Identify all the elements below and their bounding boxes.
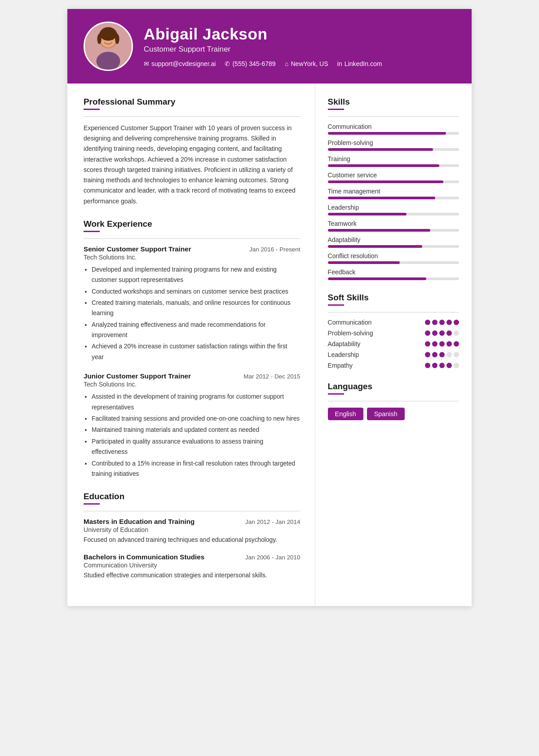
edu-school: Communication University xyxy=(84,562,300,569)
language-tag: Spanish xyxy=(367,408,405,420)
resume-header: Abigail Jackson Customer Support Trainer… xyxy=(67,9,472,84)
skill-item: Time management xyxy=(328,188,459,199)
skill-bar-fill xyxy=(328,229,430,232)
languages-hr xyxy=(328,401,459,401)
skill-bar-bg xyxy=(328,164,459,167)
bullet-item: Contributed to a 15% increase in first-c… xyxy=(92,458,300,479)
bullet-item: Developed and implemented training progr… xyxy=(92,264,300,286)
skill-name: Adaptability xyxy=(328,236,459,243)
svg-point-5 xyxy=(100,27,117,40)
bullet-item: Conducted workshops and seminars on cust… xyxy=(92,286,300,297)
education-item: Bachelors in Communication Studies Jan 2… xyxy=(84,553,300,580)
skill-bar-bg xyxy=(328,277,459,280)
skill-bar-bg xyxy=(328,132,459,135)
dot-empty xyxy=(446,352,452,357)
skill-bar-fill xyxy=(328,245,423,248)
skill-name: Time management xyxy=(328,188,459,195)
summary-divider xyxy=(84,109,100,110)
work-experience-section: Work Experience Senior Customer Support … xyxy=(84,219,300,479)
languages-divider xyxy=(328,393,344,395)
candidate-name: Abigail Jackson xyxy=(144,25,455,43)
skill-bar-bg xyxy=(328,213,459,215)
dot-filled xyxy=(454,341,459,347)
summary-section: Professional Summary Experienced Custome… xyxy=(84,97,300,207)
education-hr xyxy=(84,511,300,511)
skill-dots xyxy=(425,363,459,368)
work-experience-title: Work Experience xyxy=(84,219,300,229)
edu-header: Bachelors in Communication Studies Jan 2… xyxy=(84,553,300,561)
resume-body: Professional Summary Experienced Custome… xyxy=(67,84,472,606)
skill-bar-bg xyxy=(328,197,459,199)
resume-document: Abigail Jackson Customer Support Trainer… xyxy=(67,9,472,606)
contact-list: ✉ support@cvdesigner.ai ✆ (555) 345-6789… xyxy=(144,60,455,67)
dot-filled xyxy=(446,363,452,368)
soft-skills-list: Communication Problem-solving Adaptabili… xyxy=(328,319,459,369)
skill-bar-fill xyxy=(328,164,440,167)
svg-point-7 xyxy=(115,34,119,44)
skill-bar-bg xyxy=(328,229,459,232)
job-title: Senior Customer Support Trainer xyxy=(84,245,191,253)
skill-bar-fill xyxy=(328,213,406,215)
dot-filled xyxy=(454,320,459,325)
bullet-item: Created training materials, manuals, and… xyxy=(92,298,300,319)
edu-date: Jan 2012 - Jan 2014 xyxy=(245,519,300,525)
dot-empty xyxy=(454,352,459,357)
education-title: Education xyxy=(84,492,300,501)
contact-location: ⌂ NewYork, US xyxy=(285,60,328,67)
edu-school: University of Education xyxy=(84,526,300,533)
job-company: Tech Solutions Inc. xyxy=(84,381,300,388)
languages-section: Languages EnglishSpanish xyxy=(328,382,459,420)
skill-name: Conflict resolution xyxy=(328,252,459,259)
skill-bar-bg xyxy=(328,180,459,183)
job-bullets: Developed and implemented training progr… xyxy=(84,264,300,363)
dot-filled xyxy=(432,363,437,368)
edu-degree: Bachelors in Communication Studies xyxy=(84,553,204,561)
bullet-item: Facilitated training sessions and provid… xyxy=(92,413,300,424)
bullet-item: Assisted in the development of training … xyxy=(92,391,300,413)
phone-icon: ✆ xyxy=(225,60,230,67)
dot-filled xyxy=(446,320,452,325)
education-item: Masters in Education and Training Jan 20… xyxy=(84,518,300,545)
bullet-item: Analyzed training effectiveness and made… xyxy=(92,320,300,341)
summary-text: Experienced Customer Support Trainer wit… xyxy=(84,123,300,207)
skill-name: Customer service xyxy=(328,171,459,179)
skills-list: Communication Problem-solving Training C… xyxy=(328,123,459,280)
dot-filled xyxy=(425,320,430,325)
job-title: Junior Customer Support Trainer xyxy=(84,372,191,380)
skill-name: Feedback xyxy=(328,268,459,276)
location-value: NewYork, US xyxy=(291,60,328,67)
language-tag: English xyxy=(328,408,363,420)
job-header: Senior Customer Support Trainer Jan 2016… xyxy=(84,245,300,253)
soft-skill-name: Empathy xyxy=(328,362,353,369)
location-icon: ⌂ xyxy=(285,60,289,67)
soft-skills-hr xyxy=(328,312,459,312)
dot-filled xyxy=(425,341,430,347)
candidate-title: Customer Support Trainer xyxy=(144,45,455,54)
dot-empty xyxy=(454,363,459,368)
contact-email: ✉ support@cvdesigner.ai xyxy=(144,60,216,67)
job-date: Jan 2016 - Present xyxy=(249,246,300,253)
svg-point-6 xyxy=(97,34,101,44)
skill-name: Teamwork xyxy=(328,220,459,227)
skills-title: Skills xyxy=(328,97,459,107)
dot-filled xyxy=(432,352,437,357)
dot-filled xyxy=(446,341,452,347)
summary-title: Professional Summary xyxy=(84,97,300,107)
contact-linkedin: in LinkedIn.com xyxy=(337,60,382,67)
dot-empty xyxy=(454,330,459,336)
job-item: Senior Customer Support Trainer Jan 2016… xyxy=(84,245,300,363)
job-company: Tech Solutions Inc. xyxy=(84,254,300,261)
soft-skill-name: Leadership xyxy=(328,351,359,358)
work-experience-divider xyxy=(84,231,100,232)
bullet-item: Participated in quality assurance evalua… xyxy=(92,436,300,457)
dot-filled xyxy=(432,320,437,325)
skill-item: Conflict resolution xyxy=(328,252,459,264)
edu-degree: Masters in Education and Training xyxy=(84,518,194,525)
soft-skills-divider xyxy=(328,304,344,306)
side-column: Skills Communication Problem-solving Tra… xyxy=(315,84,472,606)
edu-date: Jan 2006 - Jan 2010 xyxy=(245,554,300,561)
skill-item: Customer service xyxy=(328,171,459,183)
skill-item: Leadership xyxy=(328,204,459,215)
skill-name: Leadership xyxy=(328,204,459,211)
summary-hr xyxy=(84,116,300,117)
